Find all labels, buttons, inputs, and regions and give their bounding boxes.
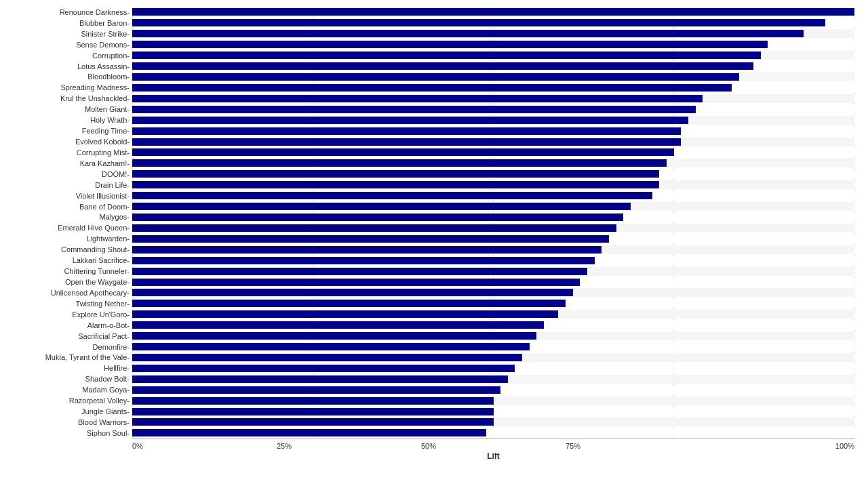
bar bbox=[132, 41, 768, 48]
y-label: Corruption- bbox=[7, 51, 132, 60]
bar bbox=[132, 310, 558, 318]
bar bbox=[132, 418, 494, 426]
y-label: Mukla, Tyrant of the Vale- bbox=[7, 352, 132, 362]
bar-row bbox=[132, 127, 854, 136]
y-label: Shadow Bolt- bbox=[7, 374, 132, 384]
y-label: Sinister Strike- bbox=[7, 29, 132, 39]
y-label: Commanding Shout- bbox=[7, 245, 132, 254]
bar-row bbox=[132, 51, 854, 60]
bar-row bbox=[132, 299, 854, 308]
y-label: Demonfire- bbox=[7, 342, 132, 352]
x-tick: 50% bbox=[421, 442, 566, 450]
y-label: Kara Kazham!- bbox=[7, 159, 132, 168]
y-label: Siphon Soul- bbox=[7, 428, 132, 438]
y-label: Evolved Kobold- bbox=[7, 137, 132, 146]
y-label: Bloodbloom- bbox=[7, 72, 132, 81]
y-label: Renounce Darkness- bbox=[7, 7, 132, 17]
bar-row bbox=[132, 213, 854, 222]
y-label: Emerald Hive Queen- bbox=[7, 223, 132, 232]
bar bbox=[132, 224, 616, 232]
y-label: Razorpetal Volley- bbox=[7, 396, 132, 405]
y-label: Violet Illusionist- bbox=[7, 191, 132, 201]
bar-row bbox=[132, 386, 854, 394]
bar bbox=[132, 52, 761, 59]
y-label: Feeding Time- bbox=[7, 126, 132, 136]
bars-wrapper bbox=[132, 7, 854, 439]
bar-row bbox=[132, 94, 854, 103]
bar-row bbox=[132, 191, 854, 200]
bar bbox=[132, 73, 739, 81]
bar bbox=[132, 386, 500, 394]
bar bbox=[132, 375, 508, 383]
bar bbox=[132, 192, 652, 199]
x-tick: 25% bbox=[277, 442, 421, 450]
y-label: Madam Goya- bbox=[7, 385, 132, 394]
bar bbox=[132, 289, 573, 296]
y-label: DOOM!- bbox=[7, 169, 132, 179]
x-axis: 0%25%50%75%100% bbox=[132, 439, 854, 450]
bar-row bbox=[132, 116, 854, 125]
bar bbox=[132, 429, 486, 436]
bar bbox=[132, 408, 494, 415]
bar bbox=[132, 159, 667, 167]
bar bbox=[132, 332, 536, 340]
bar bbox=[132, 30, 804, 37]
y-label: Twisting Nether- bbox=[7, 299, 132, 308]
y-label: Explore Un'Goro- bbox=[7, 310, 132, 319]
y-label: Alarm-o-Bot- bbox=[7, 321, 132, 330]
bar bbox=[132, 106, 696, 113]
bar-row bbox=[132, 40, 854, 49]
x-tick: 75% bbox=[566, 442, 710, 450]
bar-row bbox=[132, 148, 854, 157]
bar-row bbox=[132, 138, 854, 146]
bar bbox=[132, 203, 631, 210]
y-label: Corrupting Mist- bbox=[7, 148, 132, 157]
bar bbox=[132, 235, 609, 243]
bar-row bbox=[132, 235, 854, 243]
bar bbox=[132, 246, 601, 253]
bar-row bbox=[132, 169, 854, 178]
bar-row bbox=[132, 62, 854, 70]
bar bbox=[132, 397, 494, 405]
bar-row bbox=[132, 245, 854, 254]
bar bbox=[132, 257, 595, 264]
y-label: Blubber Baron- bbox=[7, 18, 132, 28]
bar-row bbox=[132, 180, 854, 189]
y-label: Jungle Giants- bbox=[7, 407, 132, 416]
y-label: Lotus Assassin- bbox=[7, 62, 132, 71]
bar bbox=[132, 19, 825, 26]
y-label: Holy Wrath- bbox=[7, 115, 132, 125]
bar bbox=[132, 214, 623, 221]
bar bbox=[132, 300, 566, 307]
bar-row bbox=[132, 407, 854, 416]
bar-row bbox=[132, 267, 854, 276]
bar-row bbox=[132, 224, 854, 232]
y-label: Unlicensed Apothecary- bbox=[7, 288, 132, 298]
bar-row bbox=[132, 331, 854, 340]
bar-row bbox=[132, 396, 854, 405]
bar-row bbox=[132, 364, 854, 373]
bar-row bbox=[132, 418, 854, 426]
bar bbox=[132, 127, 681, 135]
bar-row bbox=[132, 159, 854, 167]
bar-row bbox=[132, 288, 854, 297]
x-tick: 100% bbox=[710, 442, 854, 450]
y-label: Malygos- bbox=[7, 212, 132, 222]
y-label: Chittering Tunneler- bbox=[7, 266, 132, 276]
bar bbox=[132, 321, 544, 329]
bar-row bbox=[132, 18, 854, 27]
bar-row bbox=[132, 428, 854, 437]
chart-container: Renounce Darkness-Blubber Baron-Sinister… bbox=[0, 0, 868, 488]
bar bbox=[132, 343, 530, 350]
bar bbox=[132, 8, 854, 16]
y-label: Bane of Doom- bbox=[7, 202, 132, 211]
bar-row bbox=[132, 321, 854, 329]
y-axis-labels: Renounce Darkness-Blubber Baron-Sinister… bbox=[7, 7, 132, 439]
y-label: Molten Giant- bbox=[7, 104, 132, 114]
bar bbox=[132, 170, 659, 178]
x-axis-label: Lift bbox=[132, 451, 854, 461]
bar-row bbox=[132, 105, 854, 114]
bars-area bbox=[132, 7, 854, 439]
bar bbox=[132, 117, 688, 124]
x-tick: 0% bbox=[132, 442, 277, 450]
